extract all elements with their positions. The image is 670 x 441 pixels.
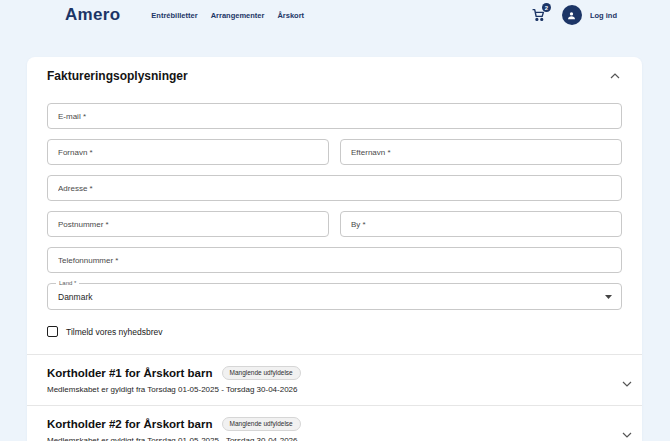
login-link[interactable]: Log ind [590,11,617,20]
cardholder-2-title: Kortholder #2 for Årskort barn [47,416,213,432]
email-field[interactable] [47,103,622,129]
cardholder-2-validity: Medlemskabet er gyldigt fra Torsdag 01-0… [47,436,608,441]
newsletter-checkbox[interactable] [47,326,58,337]
billing-collapse-button[interactable] [608,71,622,81]
postal-code-field[interactable] [47,211,329,237]
cardholder-2-section[interactable]: Kortholder #2 for Årskort barn Manglende… [27,405,642,441]
chevron-down-icon [605,294,612,299]
cardholder-2-status-badge: Manglende udfyldelse [222,417,301,431]
cardholder-1-title-row: Kortholder #1 for Årskort barn Manglende… [47,365,608,381]
nav-item-arrangementer[interactable]: Arrangementer [211,11,265,20]
cardholder-1-validity: Medlemskabet er gyldigt fra Torsdag 01-0… [47,385,608,394]
chevron-up-icon [610,73,620,79]
cart-button[interactable]: 2 [532,8,546,22]
first-name-field[interactable] [47,139,329,165]
country-select-label: Land * [56,280,79,287]
address-field[interactable] [47,175,622,201]
billing-title: Faktureringsoplysninger [47,69,188,83]
country-select-value: Danmark [58,292,92,302]
billing-section-header: Faktureringsoplysninger [47,69,622,83]
amero-logo[interactable]: Amero [65,5,120,25]
nav-item-entrebilletter[interactable]: Entrébilletter [151,11,197,20]
country-select[interactable]: Land * Danmark [47,283,622,310]
cardholder-2-title-row: Kortholder #2 for Årskort barn Manglende… [47,416,608,432]
top-header: Amero Entrébilletter Arrangementer Årsko… [0,0,670,30]
city-field[interactable] [340,211,622,237]
newsletter-label: Tilmeld vores nyhedsbrev [66,327,163,337]
cart-count-badge: 2 [542,3,551,12]
nav-item-arskort[interactable]: Årskort [277,11,304,20]
cardholder-1-title: Kortholder #1 for Årskort barn [47,365,213,381]
user-icon [566,10,577,21]
newsletter-row: Tilmeld vores nyhedsbrev [47,326,622,354]
account-button[interactable] [562,5,582,25]
checkout-card: Faktureringsoplysninger Land * Danmark T… [27,57,642,441]
cardholder-1-status-badge: Manglende udfyldelse [222,366,301,380]
last-name-field[interactable] [340,139,622,165]
chevron-down-icon[interactable] [622,373,632,391]
cardholder-1-section[interactable]: Kortholder #1 for Årskort barn Manglende… [27,354,642,405]
chevron-down-icon[interactable] [622,424,632,441]
phone-field[interactable] [47,247,622,273]
header-actions: 2 Log ind [532,5,617,25]
main-nav: Entrébilletter Arrangementer Årskort [151,11,304,20]
